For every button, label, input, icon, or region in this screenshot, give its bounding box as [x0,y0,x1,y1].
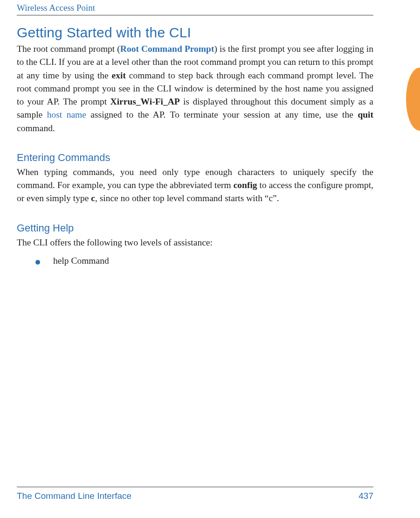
footer-page-number: 437 [358,491,373,501]
section2-paragraph: When typing commands, you need only type… [17,166,373,205]
text-fragment: assigned to the AP. To terminate your se… [86,110,358,119]
section-heading-getting-started: Getting Started with the CLI [17,25,373,41]
section-heading-getting-help: Getting Help [17,222,373,234]
list-item: help Command [35,256,373,266]
keyword-xirrus-wifi-ap: Xirrus_Wi-Fi_AP [110,97,180,106]
thumb-tab-decoration [406,68,420,131]
link-host-name[interactable]: host name [47,110,86,119]
text-fragment: The root command prompt ( [17,44,120,54]
bullet-icon [35,260,40,265]
running-header: Wireless Access Point [17,0,373,15]
text-fragment: command. [17,123,55,133]
text-fragment: , since no other top level command start… [95,193,279,203]
link-root-command-prompt[interactable]: Root Command Prompt [120,44,214,54]
page-footer: The Command Line Interface 437 [17,487,373,501]
section-heading-entering-commands: Entering Commands [17,152,373,164]
keyword-config: config [234,180,257,190]
section3-paragraph: The CLI offers the following two levels … [17,236,373,249]
section1-paragraph: The root command prompt (Root Command Pr… [17,42,373,135]
keyword-c: c [91,193,95,203]
footer-chapter-title: The Command Line Interface [17,491,131,501]
bullet-text-help-command: help Command [53,256,109,266]
keyword-quit: quit [358,110,373,119]
keyword-exit: exit [112,70,126,80]
